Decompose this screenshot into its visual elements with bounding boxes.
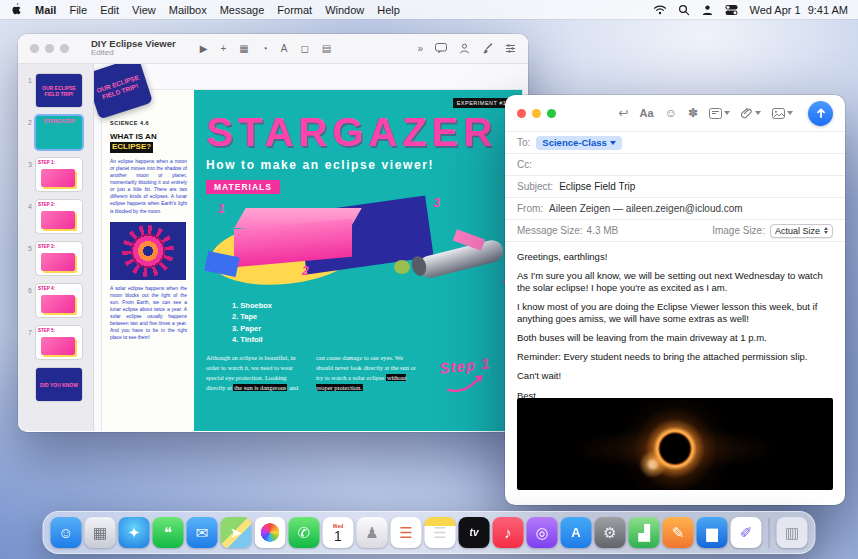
- comment-icon[interactable]: [435, 43, 447, 54]
- chart-icon[interactable]: ◔: [262, 43, 268, 54]
- attach-button[interactable]: [741, 107, 761, 119]
- minimize-button[interactable]: [532, 109, 541, 118]
- dock-icon-settings[interactable]: ⚙: [595, 517, 626, 548]
- page-thumbnail-5[interactable]: 5STEP 3:: [22, 242, 87, 275]
- dock-icon-podcasts[interactable]: ◎: [527, 517, 558, 548]
- zoom-button[interactable]: [60, 44, 69, 53]
- dock-icon-pages[interactable]: ✎: [663, 517, 694, 548]
- dock-icon-facetime[interactable]: ✆: [289, 517, 320, 548]
- menu-item-file[interactable]: File: [69, 4, 87, 16]
- header-fields-button[interactable]: [709, 108, 730, 119]
- menu-item-mailbox[interactable]: Mailbox: [169, 4, 207, 16]
- dock-icon-safari[interactable]: ✦: [119, 517, 150, 548]
- sun-illustration: [110, 222, 186, 280]
- page-thumbnail-1[interactable]: 1OUR ECLIPSE FIELD TRIP!: [22, 74, 87, 107]
- to-field[interactable]: To: Science-Class: [505, 132, 845, 154]
- eclipse-photo-attachment[interactable]: [517, 398, 833, 490]
- user-switcher-icon[interactable]: [701, 4, 714, 16]
- page-thumbnail-4[interactable]: 4STEP 2:: [22, 200, 87, 233]
- insert-icon[interactable]: +: [220, 43, 226, 54]
- dock-icon-messages[interactable]: ❝: [153, 517, 184, 548]
- dock-icon-reminders[interactable]: ☰: [391, 517, 422, 548]
- collaborate-icon[interactable]: [459, 43, 470, 54]
- stargazer-poster[interactable]: SCIENCE 4.6 WHAT IS AN ECLIPSE? An eclip…: [102, 90, 522, 431]
- control-center-icon[interactable]: [725, 4, 738, 16]
- thumbnail-preview: STEP 2:: [36, 200, 82, 233]
- emoji-icon[interactable]: ☺: [665, 106, 677, 120]
- thumbnail-preview: STEP 3:: [36, 242, 82, 275]
- more-tools-icon[interactable]: »: [417, 43, 423, 54]
- send-button[interactable]: [808, 101, 833, 126]
- dock-icon-keynote[interactable]: ▆: [697, 517, 728, 548]
- dock-icon-music[interactable]: ♪: [493, 517, 524, 548]
- zoom-button[interactable]: [547, 109, 556, 118]
- dock-icon-photos[interactable]: [255, 517, 286, 548]
- page-number: 7: [22, 326, 32, 336]
- dock-icon-tv[interactable]: tv: [459, 517, 490, 548]
- dock-icon-maps[interactable]: ➤: [221, 517, 252, 548]
- page-thumbnail-6[interactable]: 6STEP 4:: [22, 284, 87, 317]
- apple-menu-icon[interactable]: [10, 2, 22, 18]
- page-thumbnail-8[interactable]: DID YOU KNOW: [22, 368, 87, 401]
- step-arrow-icon: [445, 372, 489, 396]
- dock-icon-launchpad[interactable]: ▦: [85, 517, 116, 548]
- format-brush-icon[interactable]: [482, 43, 493, 54]
- material-item: 1. Shoebox: [232, 300, 512, 311]
- page-thumbnail-2[interactable]: 2STARGAZER: [22, 116, 87, 149]
- dock-icon-notes[interactable]: ☰: [425, 517, 456, 548]
- table-icon[interactable]: ▦: [239, 43, 248, 54]
- page-thumbnail-3[interactable]: 3STEP 1:: [22, 158, 87, 191]
- cc-field[interactable]: Cc:: [505, 154, 845, 176]
- inspector-icon[interactable]: [505, 43, 516, 54]
- close-button[interactable]: [517, 109, 526, 118]
- search-icon[interactable]: [678, 4, 690, 16]
- menu-app-name[interactable]: Mail: [35, 4, 56, 16]
- dock-icon-finder[interactable]: ☺: [51, 517, 82, 548]
- menu-item-window[interactable]: Window: [325, 4, 364, 16]
- eclipse-chip: ECLIPSE?: [110, 142, 153, 152]
- poster-headline: STARGAZER: [206, 112, 512, 152]
- play-icon[interactable]: ▶: [200, 43, 208, 54]
- pages-canvas[interactable]: OUR ECLIPSE FIELD TRIP! SCIENCE 4.6 WHAT…: [94, 64, 528, 431]
- material-item: 2. Tape: [232, 311, 512, 322]
- text-icon[interactable]: A: [281, 43, 288, 54]
- media-icon[interactable]: ▤: [322, 43, 331, 54]
- shape-icon[interactable]: ◻: [300, 43, 308, 54]
- solar-paragraph: A solar eclipse happens when the moon bl…: [110, 285, 187, 342]
- subject-field[interactable]: Subject: Eclipse Field Trip: [505, 176, 845, 198]
- menu-item-view[interactable]: View: [132, 4, 156, 16]
- callout-1: 1: [218, 202, 225, 216]
- image-size-label: Image Size:: [712, 225, 765, 236]
- menu-item-edit[interactable]: Edit: [100, 4, 119, 16]
- menu-item-format[interactable]: Format: [277, 4, 312, 16]
- close-button[interactable]: [30, 44, 39, 53]
- dock-icon-mail[interactable]: ✉: [187, 517, 218, 548]
- dock-icon-contacts[interactable]: ♟: [357, 517, 388, 548]
- callout-3: 3: [433, 196, 440, 210]
- recipient-token[interactable]: Science-Class: [536, 136, 621, 150]
- page-number: 3: [22, 158, 32, 168]
- thumbnail-preview: STEP 1:: [36, 158, 82, 191]
- minimize-button[interactable]: [45, 44, 54, 53]
- image-size-select[interactable]: Actual Size: [770, 224, 833, 238]
- wifi-icon[interactable]: [653, 4, 667, 15]
- dock-icon-numbers[interactable]: ▟: [629, 517, 660, 548]
- page-thumbnail-7[interactable]: 7STEP 5:: [22, 326, 87, 359]
- menu-clock[interactable]: Wed Apr 1 9:41 AM: [749, 4, 848, 16]
- dock-icon-trash[interactable]: ▥: [777, 517, 808, 548]
- dock-icon-freeform[interactable]: ✐: [731, 517, 762, 548]
- insert-media-button[interactable]: [772, 108, 793, 119]
- format-icon[interactable]: Aa: [640, 107, 654, 119]
- body-paragraph: Can't wait!: [517, 370, 833, 382]
- menu-item-message[interactable]: Message: [220, 4, 265, 16]
- photo-browser-icon[interactable]: ✽: [688, 106, 698, 120]
- undo-icon[interactable]: ↩: [619, 106, 629, 120]
- message-size-value: 4.3 MB: [587, 225, 619, 236]
- message-size-label: Message Size:: [517, 225, 583, 236]
- dock-icon-app-store[interactable]: A: [561, 517, 592, 548]
- dock-icon-calendar[interactable]: Wed1: [323, 517, 354, 548]
- menu-item-help[interactable]: Help: [377, 4, 400, 16]
- message-body[interactable]: Greetings, earthlings!As I'm sure you al…: [505, 242, 845, 398]
- mail-toolbar-icons: ↩ Aa ☺ ✽: [619, 101, 833, 126]
- from-field[interactable]: From: Aileen Zeigen — aileen.zeigen@iclo…: [505, 198, 845, 220]
